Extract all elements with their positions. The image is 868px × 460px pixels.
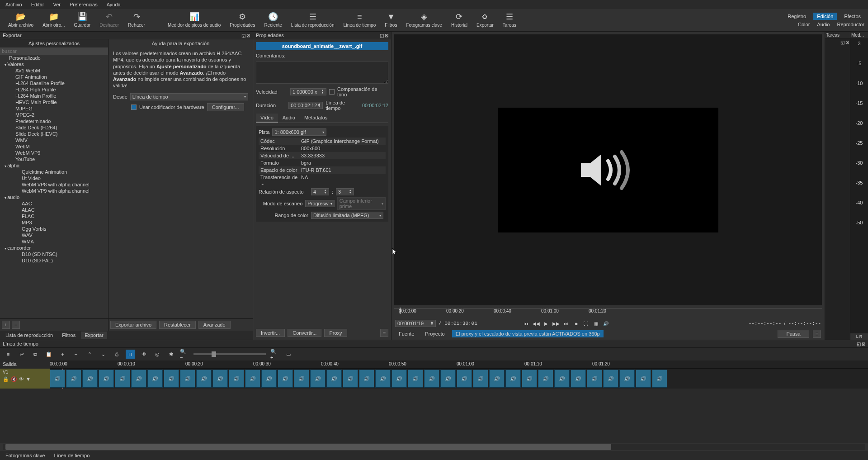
timeline-clip[interactable]: 🔊 [326, 370, 342, 388]
preset-item[interactable]: H.264 High Profile [0, 86, 108, 93]
preset-item[interactable]: WebM VP8 with alpha channel [0, 181, 108, 188]
timeline-clip[interactable]: 🔊 [66, 370, 81, 388]
preset-item[interactable]: WMA [0, 238, 108, 245]
preset-cat-valores[interactable]: Valores [0, 61, 108, 67]
timeline-clip[interactable]: 🔊 [343, 370, 358, 388]
export-button[interactable]: ⭘Exportar [472, 11, 498, 28]
preset-cat-alpha[interactable]: alpha [0, 162, 108, 169]
menu-archivo[interactable]: Archivo [4, 1, 24, 8]
timeline-clip[interactable]: 🔊 [131, 370, 146, 388]
aspect-w-spinner[interactable]: 4▲▼ [311, 188, 329, 195]
menu-ayuda[interactable]: Ayuda [105, 1, 123, 8]
timeline-clip[interactable]: 🔊 [587, 370, 602, 388]
timeline-button[interactable]: ≡Línea de tiempo [339, 11, 380, 28]
preset-item[interactable]: GIF Animation [0, 74, 108, 80]
preset-item[interactable]: MPEG-2 [0, 112, 108, 118]
tab-video[interactable]: Vídeo [256, 114, 278, 123]
timeline-clip[interactable]: 🔊 [147, 370, 163, 388]
play-button[interactable]: ▶ [542, 320, 550, 327]
speed-spinner[interactable]: 1.000000 x▲▼ [290, 88, 326, 95]
preset-item[interactable]: Slide Deck (H.264) [0, 124, 108, 131]
menu-preferencias[interactable]: Preferencias [68, 1, 99, 8]
eye-icon[interactable]: 👁 [19, 376, 24, 382]
hscroll-thumb[interactable] [5, 444, 611, 450]
next-frame-button[interactable]: ▶▶ [552, 320, 560, 327]
undock-icon[interactable]: ◱ [380, 33, 384, 38]
tl-menu-button[interactable]: ≡ [4, 350, 13, 359]
timeline-clip[interactable]: 🔊 [652, 370, 667, 388]
timeline-clip[interactable]: 🔊 [294, 370, 309, 388]
timeline-clip[interactable]: 🔊 [310, 370, 326, 388]
export-file-button[interactable]: Exportar archivo [110, 321, 156, 329]
open-file-button[interactable]: 📂Abrir archivo [4, 11, 38, 28]
playlist-button[interactable]: ☰Lista de reproducción [287, 11, 339, 28]
preset-item[interactable]: Predeterminado [0, 118, 108, 124]
preset-item[interactable]: WAV [0, 232, 108, 238]
timeline-track-v1[interactable]: 🔊🔊🔊🔊🔊🔊🔊🔊🔊🔊🔊🔊🔊🔊🔊🔊🔊🔊🔊🔊🔊🔊🔊🔊🔊🔊🔊🔊🔊🔊🔊🔊🔊🔊🔊🔊🔊🔊 [50, 369, 868, 389]
timeline-clip[interactable]: 🔊 [424, 370, 439, 388]
preset-item[interactable]: WebM VP9 with alpha channel [0, 188, 108, 194]
timeline-clip[interactable]: 🔊 [554, 370, 570, 388]
preset-item[interactable]: Slide Deck (HEVC) [0, 131, 108, 137]
ripple-all-button[interactable]: ✱ [166, 350, 175, 359]
close-icon[interactable]: ⊠ [385, 33, 388, 38]
timeline-clip[interactable]: 🔊 [457, 370, 472, 388]
preview-ruler[interactable]: 00:00:00 00:00:20 00:00:40 00:01:00 00:0… [394, 308, 822, 319]
timeline-clip[interactable]: 🔊 [408, 370, 423, 388]
ripple-button[interactable]: ◎ [153, 350, 162, 359]
preview-menu-button[interactable]: ≡ [813, 330, 821, 338]
subtab-reproductor[interactable]: Reproductor [837, 22, 864, 27]
invert-button[interactable]: Invertir... [256, 329, 285, 337]
timeline-clip[interactable]: 🔊 [522, 370, 537, 388]
preset-item[interactable]: MP3 [0, 219, 108, 226]
preset-item[interactable]: HEVC Main Profile [0, 99, 108, 105]
recent-button[interactable]: 🕓Reciente [259, 11, 286, 28]
preset-item[interactable]: AAC [0, 200, 108, 207]
remove-button[interactable]: − [71, 350, 80, 359]
mute-icon[interactable]: 🔇 [11, 376, 17, 382]
preset-item[interactable]: H.264 Main Profile [0, 93, 108, 99]
tab-filters[interactable]: Filtros [58, 332, 79, 339]
append-button[interactable]: ＋ [58, 350, 67, 359]
pitch-checkbox[interactable] [329, 89, 335, 95]
grid-button[interactable]: ▦ [592, 320, 599, 327]
preset-item[interactable]: Ut Video [0, 175, 108, 181]
lift-button[interactable]: ⌃ [85, 350, 94, 359]
timeline-clip[interactable]: 🔊 [115, 370, 130, 388]
tab-audio[interactable]: Audio [278, 114, 300, 123]
history-button[interactable]: ⟳Historial [447, 11, 472, 28]
zoom-button[interactable]: ⛶ [582, 320, 590, 327]
tab-playlist[interactable]: Lista de reproducción [2, 332, 57, 339]
preset-item[interactable]: WebM VP9 [0, 150, 108, 156]
preset-item[interactable]: FLAC [0, 213, 108, 219]
track-header-v1[interactable]: V1 🔒 🔇 👁 ▼ [0, 369, 50, 389]
redo-button[interactable]: ↷Rehacer [123, 11, 150, 28]
timeline-clip[interactable]: 🔊 [473, 370, 488, 388]
timeline-ruler[interactable]: 00:00:0000:00:1000:00:2000:00:3000:00:40… [50, 360, 868, 369]
zoom-slider[interactable] [193, 353, 266, 355]
stop-button[interactable]: ■ [572, 320, 580, 327]
preset-item[interactable]: D10 (SD PAL) [0, 257, 108, 264]
timeline-hscroll[interactable] [3, 444, 865, 450]
tab-efectos[interactable]: Efectos [840, 13, 864, 20]
preset-add-button[interactable]: + [2, 321, 10, 329]
timeline-clip[interactable]: 🔊 [50, 370, 65, 388]
duration-spinner[interactable]: 00:00:02:12▲▼ [288, 102, 323, 109]
tab-keyframes[interactable]: Fotogramas clave [2, 452, 48, 459]
preset-item[interactable]: MJPEG [0, 105, 108, 112]
snap-button[interactable]: ⊓ [126, 350, 135, 359]
configure-button[interactable]: Configurar... [207, 103, 244, 111]
tab-registro[interactable]: Registro [784, 13, 810, 20]
scrub-button[interactable]: 👁 [139, 350, 148, 359]
convert-button[interactable]: Convertir... [288, 329, 321, 337]
timeline-clip[interactable]: 🔊 [278, 370, 293, 388]
timeline-clip[interactable]: 🔊 [603, 370, 618, 388]
split-button[interactable]: ⎙ [112, 350, 121, 359]
timeline-clip[interactable]: 🔊 [636, 370, 651, 388]
timeline-clip[interactable]: 🔊 [164, 370, 179, 388]
zoom-fit-button[interactable]: ▭ [284, 350, 293, 359]
timeline-clip[interactable]: 🔊 [359, 370, 374, 388]
preset-item[interactable]: Ogg Vorbis [0, 226, 108, 232]
tab-metadata[interactable]: Metadatos [300, 114, 332, 123]
undock-icon[interactable]: ◱ [857, 341, 861, 346]
